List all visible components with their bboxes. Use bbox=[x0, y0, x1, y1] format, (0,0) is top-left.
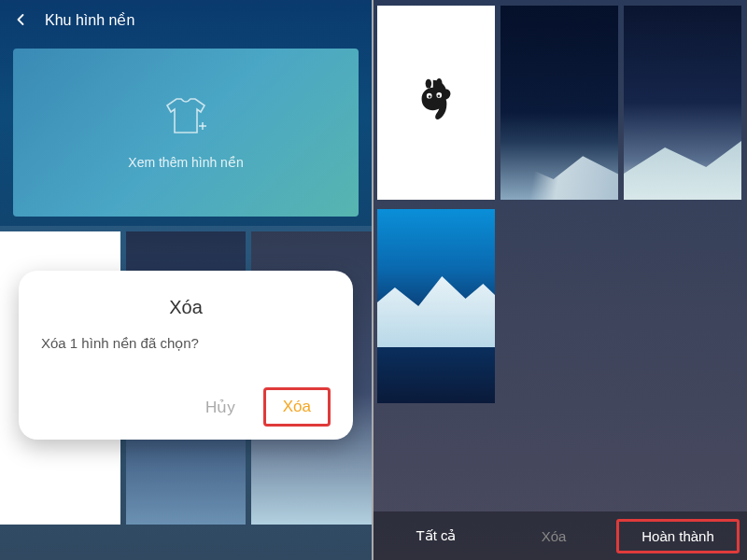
wallpaper-grid bbox=[374, 0, 747, 409]
delete-button[interactable]: Xóa bbox=[263, 387, 331, 427]
wallpaper-thumb[interactable] bbox=[624, 205, 741, 399]
svg-point-7 bbox=[438, 94, 441, 97]
wallpaper-select-screen: Tất cả Xóa Hoàn thành bbox=[374, 0, 747, 560]
cancel-button[interactable]: Hủy bbox=[194, 390, 247, 425]
delete-dialog: Xóa Xóa 1 hình nền đã chọn? Hủy Xóa bbox=[19, 271, 353, 440]
delete-button[interactable]: Xóa bbox=[495, 519, 613, 553]
wallpaper-thumb[interactable] bbox=[377, 209, 495, 403]
page-title: Khu hình nền bbox=[45, 11, 134, 29]
svg-point-3 bbox=[436, 78, 443, 88]
wallpaper-thumb[interactable] bbox=[500, 6, 618, 200]
more-wallpapers-card[interactable]: Xem thêm hình nền bbox=[13, 49, 359, 217]
svg-point-6 bbox=[429, 95, 431, 98]
wallpaper-thumb[interactable] bbox=[624, 6, 741, 200]
shirt-plus-icon bbox=[162, 95, 210, 142]
wallpaper-thumb[interactable] bbox=[377, 6, 495, 200]
done-button[interactable]: Hoàn thành bbox=[616, 519, 740, 553]
header: Khu hình nền bbox=[0, 0, 372, 39]
select-all-button[interactable]: Tất cả bbox=[377, 518, 495, 553]
uc-squirrel-icon bbox=[412, 78, 460, 127]
wallpaper-gallery-screen: Khu hình nền Xem thêm hình nền Xóa Xóa 1… bbox=[0, 0, 374, 560]
bottom-action-bar: Tất cả Xóa Hoàn thành bbox=[374, 511, 747, 560]
more-wallpapers-label: Xem thêm hình nền bbox=[128, 155, 243, 170]
svg-point-2 bbox=[426, 79, 432, 89]
dialog-message: Xóa 1 hình nền đã chọn? bbox=[41, 335, 331, 352]
dialog-title: Xóa bbox=[41, 297, 331, 318]
dialog-actions: Hủy Xóa bbox=[41, 387, 331, 427]
back-icon[interactable] bbox=[11, 10, 30, 29]
wallpaper-thumb[interactable] bbox=[500, 205, 618, 399]
